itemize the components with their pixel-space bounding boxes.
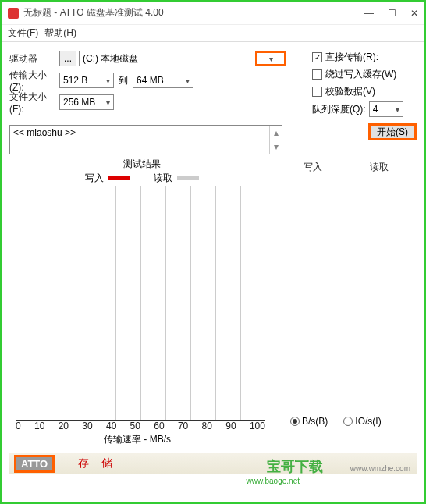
file-size-combo[interactable]: 256 MB▾ [59, 94, 114, 110]
legend-read-swatch [177, 176, 199, 180]
start-button[interactable]: 开始(S) [368, 123, 417, 140]
chart-title: 测试结果 [9, 158, 275, 171]
file-size-label: 文件大小(F): [9, 91, 59, 115]
watermark: 宝哥下载 [267, 457, 323, 476]
desc-scroll[interactable]: ▴▾ [269, 126, 282, 154]
footer-text: 存 储 [78, 456, 117, 470]
minimize-button[interactable]: — [364, 8, 374, 19]
unit-bytes-radio[interactable] [290, 417, 300, 426]
direct-io-checkbox[interactable]: ✓ [312, 52, 322, 62]
unit-io-radio[interactable] [343, 417, 353, 426]
chevron-down-icon: ▾ [106, 98, 110, 107]
legend-read-label: 读取 [154, 172, 172, 185]
wmzhe-link: www.wmzhe.com [350, 464, 410, 473]
bypass-cache-label: 绕过写入缓存(W) [325, 68, 396, 81]
app-icon [8, 8, 19, 19]
verify-label: 校验数据(V) [325, 85, 375, 98]
transfer-to-combo[interactable]: 64 MB▾ [133, 73, 193, 88]
description-textarea[interactable]: << miaoshu >> ▴▾ [9, 125, 282, 154]
watermark-sub: www.baoge.net [247, 477, 300, 485]
atto-logo: ATTO [14, 455, 55, 473]
drive-label: 驱动器 [9, 52, 59, 66]
drive-combo[interactable]: (C:) 本地磁盘 ▾ [79, 51, 286, 66]
x-axis-label: 传输速率 - MB/s [9, 433, 265, 446]
drive-combo-value: (C:) 本地磁盘 [80, 52, 255, 66]
transfer-from-combo[interactable]: 512 B▾ [59, 73, 114, 88]
verify-checkbox[interactable] [312, 87, 322, 97]
window-title: 无标题 - ATTO 磁盘基准测试 4.00 [23, 6, 364, 20]
results-read-header: 读取 [370, 161, 389, 174]
chart-plot-area [16, 186, 265, 421]
maximize-button[interactable]: ☐ [388, 8, 396, 19]
menu-file[interactable]: 文件(F) [8, 27, 38, 40]
direct-io-label: 直接传输(R): [325, 51, 378, 64]
close-button[interactable]: ✕ [410, 8, 418, 19]
results-write-header: 写入 [304, 161, 322, 174]
queue-depth-label: 队列深度(Q): [312, 103, 366, 116]
transfer-size-label: 传输大小(Z): [9, 69, 59, 93]
to-label: 到 [119, 74, 128, 87]
legend-write-label: 写入 [85, 172, 104, 185]
drive-combo-arrow[interactable]: ▾ [255, 51, 286, 66]
chevron-down-icon: ▾ [186, 76, 190, 85]
x-ticks: 0102030405060708090100 [16, 421, 265, 431]
queue-depth-combo[interactable]: 4▾ [369, 101, 403, 117]
chevron-down-icon: ▾ [269, 55, 273, 63]
browse-button[interactable]: ... [59, 51, 76, 66]
bypass-cache-checkbox[interactable] [312, 69, 322, 80]
footer-bar: ATTO 存 储 宝哥下载 www.baoge.net www.wmzhe.co… [9, 453, 417, 474]
menu-help[interactable]: 帮助(H) [44, 27, 76, 40]
chevron-down-icon: ▾ [396, 105, 399, 114]
chevron-down-icon: ▾ [106, 76, 110, 85]
legend-write-swatch [108, 176, 130, 180]
